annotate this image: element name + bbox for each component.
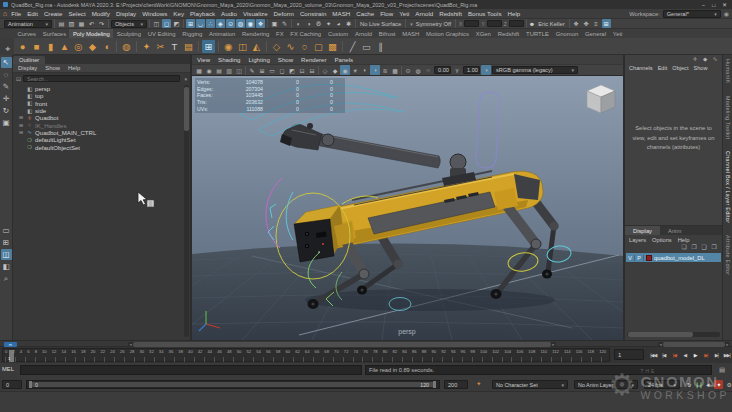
make-live-icon[interactable]: ◍ — [236, 19, 245, 28]
outliner-item-main-ctrl[interactable]: ⊞∿Quadbot_MAIN_CTRL — [13, 129, 190, 136]
paint-select-tool[interactable]: ✎ — [1, 81, 12, 92]
go-to-end-button[interactable]: ▶▶| — [722, 352, 732, 358]
anim-layer-dropdown[interactable]: No Anim Layer ▾ — [574, 380, 638, 389]
shelf-tab-mash[interactable]: MASH — [399, 29, 423, 38]
layout-outliner-persp[interactable]: ◧ — [1, 261, 12, 272]
range-start-handle[interactable] — [29, 381, 32, 388]
play-backwards-button[interactable]: ◀ — [680, 352, 691, 358]
select-camera-icon[interactable]: ▦ — [194, 65, 204, 75]
channel-box-menu-item[interactable]: Show — [693, 65, 707, 71]
save-scene-icon[interactable]: ▦ — [77, 19, 86, 28]
shelf-tab-xgen[interactable]: XGen — [472, 29, 494, 38]
shaded-icon[interactable]: ◆ — [330, 65, 340, 75]
outliner-item-default-object-set[interactable]: ❍defaultObjectSet — [13, 143, 190, 150]
home-icon[interactable]: ⌂ — [3, 10, 7, 17]
outliner-menu-item[interactable]: Help — [68, 65, 80, 71]
layer-playback-toggle[interactable]: P — [635, 255, 644, 261]
menu-item[interactable]: Playback — [187, 10, 218, 17]
step-back-frame-button[interactable]: |◀ — [659, 352, 670, 358]
expand-toggle-icon[interactable]: ⊞ — [18, 115, 24, 120]
workspace-lock-icon[interactable]: ◉ — [724, 10, 729, 17]
go-to-start-button[interactable]: |◀◀ — [648, 352, 659, 358]
modeling-toolkit-icon[interactable]: ⊞ — [202, 40, 215, 53]
menu-item[interactable]: Modify — [89, 10, 113, 17]
shelf-tab-general[interactable]: General — [582, 29, 610, 38]
isolate-select-icon[interactable]: ⊙ — [403, 65, 413, 75]
animation-start-field[interactable]: 0 — [2, 380, 22, 389]
gamma-field[interactable]: 1.00 — [463, 66, 480, 74]
platonic-solid-icon[interactable]: ◍ — [120, 40, 133, 53]
snap-projected-center-icon[interactable]: ◈ — [216, 19, 225, 28]
script-editor-icon[interactable]: ▤ — [716, 365, 728, 375]
light-editor-icon[interactable]: ◕ — [334, 19, 343, 28]
shelf-tab-turtle[interactable]: TURTLE — [523, 29, 553, 38]
set-key-icon[interactable]: ✦ — [476, 380, 481, 388]
workspace-dropdown[interactable]: General* ▾ — [663, 10, 721, 18]
quick-snap-icon[interactable]: ◉ — [246, 19, 255, 28]
outliner-vertical-scrollbar[interactable] — [184, 85, 189, 337]
menu-item[interactable]: Redshift — [436, 10, 465, 17]
lattice-icon[interactable]: ▩ — [326, 40, 339, 53]
close-button[interactable]: ✕ — [722, 2, 727, 8]
layer-menu-item[interactable]: Options — [652, 237, 672, 243]
outliner-item-ik-handles[interactable]: ⊞✛IK_Handles — [13, 121, 190, 128]
layer-menu-item[interactable]: Layers — [629, 237, 646, 243]
menu-item[interactable]: Create — [41, 10, 66, 17]
select-hierarchy-icon[interactable]: ◫ — [152, 19, 161, 28]
boolean-icon[interactable]: ✦ — [140, 40, 153, 53]
range-slider[interactable]: 0 120 — [26, 380, 440, 389]
frame-tool-icon[interactable]: ▭ — [360, 40, 373, 53]
outliner-item-front[interactable]: ◧front — [13, 100, 190, 107]
menu-item[interactable]: File — [8, 10, 24, 17]
outliner-search-input[interactable] — [23, 75, 180, 82]
character-set-dropdown[interactable]: No Character Set ▾ — [492, 380, 568, 389]
shelf-tab-yeti[interactable]: Yeti — [609, 29, 625, 38]
view-cube[interactable] — [587, 85, 615, 113]
shelf-options-icon[interactable]: ✚ — [5, 45, 10, 52]
curve-tool-icon[interactable]: ∿ — [284, 40, 297, 53]
paint-effects-icon[interactable]: ✱ — [344, 19, 353, 28]
x-input[interactable] — [464, 20, 479, 27]
humanik-toggle-icon[interactable]: ✥ — [582, 19, 591, 28]
channel-box-menu-item[interactable]: Channels — [629, 65, 653, 71]
range-end-handle[interactable] — [433, 381, 436, 388]
colorspace-dropdown[interactable]: sRGB gamma (legacy) ▾ — [492, 66, 578, 74]
shadows-icon[interactable]: ◐ — [360, 65, 370, 75]
time-slider-track[interactable]: 0246810121416182022242628303234363840424… — [2, 348, 610, 362]
wireframe-icon[interactable]: ◇ — [320, 65, 330, 75]
viewport-menu-item[interactable]: Panels — [335, 56, 354, 63]
menu-item[interactable]: Windows — [139, 10, 170, 17]
shelf-tab-fx[interactable]: FX — [273, 29, 287, 38]
poly-cube-icon[interactable]: ■ — [30, 40, 43, 53]
new-scene-icon[interactable]: ▤ — [57, 19, 66, 28]
layer-color-swatch[interactable] — [646, 255, 652, 261]
snap-together-icon[interactable]: ❖ — [256, 19, 265, 28]
move-layer-down-icon[interactable]: ❐ — [690, 244, 698, 252]
undo-icon[interactable]: ↶ — [87, 19, 96, 28]
layer-menu-item[interactable]: Help — [678, 237, 690, 243]
sweep-mesh-icon[interactable]: ▤ — [182, 40, 195, 53]
gamma-icon[interactable]: γ — [452, 65, 462, 75]
range-slider-bar[interactable] — [31, 382, 434, 387]
scrollbar-thumb[interactable] — [628, 332, 693, 337]
layer-visibility-toggle[interactable]: V — [626, 255, 635, 261]
empty-layer-icon[interactable]: ❑ — [700, 244, 708, 252]
xray-icon[interactable]: ◍ — [413, 65, 423, 75]
outliner-item-quadbot[interactable]: ⊞✛Quadbot — [13, 114, 190, 121]
expand-toggle-icon[interactable]: ⊞ — [18, 123, 24, 128]
outliner-tab[interactable]: Outliner — [13, 56, 45, 64]
command-input-field[interactable] — [20, 365, 362, 375]
outliner-item-persp[interactable]: ◧persp — [13, 85, 190, 92]
snap-curve-icon[interactable]: ◡ — [196, 19, 205, 28]
menu-item[interactable]: Key — [170, 10, 187, 17]
exposure-icon[interactable]: ☼ — [423, 65, 433, 75]
menu-item[interactable]: Bonus Tools — [465, 10, 505, 17]
y-input[interactable] — [487, 20, 502, 27]
mirror-icon[interactable]: ◫ — [236, 40, 249, 53]
camera-attributes-icon[interactable]: ▤ — [214, 65, 224, 75]
attribute-editor-toggle-icon[interactable]: ≡ — [592, 19, 601, 28]
move-tool[interactable]: ✛ — [1, 93, 12, 104]
shelf-tab-surfaces[interactable]: Surfaces — [39, 29, 69, 38]
multisample-icon[interactable]: ▩ — [390, 65, 400, 75]
speed-ramp-icon[interactable]: ◆ — [701, 56, 709, 63]
